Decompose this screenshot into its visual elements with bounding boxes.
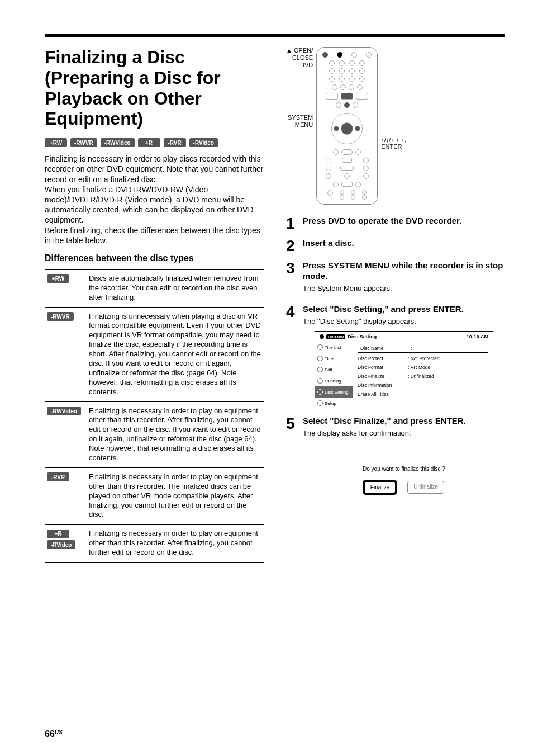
disc-setting-main: Disc Name Disc ProtectNot Protected Disc… bbox=[353, 342, 493, 409]
remote-button-icon bbox=[332, 84, 337, 90]
dialog-prompt: Do you want to finalize this disc ? bbox=[321, 466, 487, 472]
finalize-dialog: Do you want to finalize this disc ? Fina… bbox=[315, 443, 493, 505]
setting-row-disc-information[interactable]: Disc Information bbox=[358, 381, 488, 390]
remote-button-icon bbox=[351, 52, 357, 58]
setup-icon bbox=[317, 400, 323, 406]
page-title: Finalizing a Disc (Preparing a Disc for … bbox=[45, 47, 264, 129]
setting-row-disc-name[interactable]: Disc Name bbox=[358, 344, 488, 353]
remote-dvd-button-icon bbox=[337, 52, 342, 58]
sidebar-item-setup[interactable]: Setup bbox=[315, 398, 353, 409]
badge-minus-rvr: -RVR bbox=[47, 472, 69, 481]
dubbing-icon bbox=[317, 378, 323, 384]
arrows-enter-label: ↑/↓/←/→, ENTER bbox=[381, 136, 406, 150]
sidebar-item-disc-setting[interactable]: Disc Setting bbox=[315, 386, 353, 398]
remote-button-icon bbox=[326, 158, 331, 163]
remote-num-icon bbox=[339, 60, 345, 66]
disc-type-table: +RW Discs are automatically finalized wh… bbox=[45, 269, 264, 563]
table-row: +RW Discs are automatically finalized wh… bbox=[45, 269, 264, 307]
remote-button-icon bbox=[366, 52, 372, 58]
badge-minus-rvideo: -RVideo bbox=[47, 540, 75, 549]
remote-button-icon bbox=[341, 149, 353, 155]
step-number: 2 bbox=[286, 238, 297, 254]
disc-setting-screen: DVD RW Disc Setting 10:10 AM Title List … bbox=[315, 331, 493, 409]
dvd-label: DVD bbox=[300, 62, 313, 68]
step-number: 3 bbox=[286, 261, 297, 297]
remote-num-icon bbox=[349, 60, 355, 66]
remote-num-icon bbox=[329, 68, 335, 74]
table-row: -RVR Finalizing is necessary in order to… bbox=[45, 467, 264, 524]
setting-row-disc-protect[interactable]: Disc ProtectNot Protected bbox=[358, 354, 488, 363]
dpad-right-icon bbox=[355, 126, 360, 131]
remote-button-icon bbox=[322, 52, 328, 58]
remote-button-icon bbox=[326, 173, 331, 179]
intro-paragraph: Finalizing is necessary in order to play… bbox=[45, 154, 264, 245]
disc-icon bbox=[320, 334, 324, 339]
open-close-label: OPEN/ CLOSE bbox=[292, 47, 313, 61]
remote-num-icon bbox=[349, 68, 355, 74]
sidebar-item-dubbing[interactable]: Dubbing bbox=[315, 375, 353, 386]
step-head: Insert a disc. bbox=[303, 238, 505, 249]
badge-plus-r: +R bbox=[47, 530, 69, 538]
remote-system-menu-button-icon bbox=[341, 93, 353, 100]
sidebar-item-title-list[interactable]: Title List bbox=[315, 342, 353, 353]
finalize-button[interactable]: Finalize bbox=[364, 481, 396, 494]
table-row: +R -RVideo Finalizing is necessary in or… bbox=[45, 525, 264, 563]
step-1: 1 Press DVD to operate the DVD recorder. bbox=[286, 216, 505, 231]
edit-icon bbox=[317, 367, 323, 372]
timer-icon bbox=[317, 356, 323, 361]
title-list-icon bbox=[317, 344, 323, 350]
remote-button-icon bbox=[363, 158, 369, 163]
remote-button-icon bbox=[349, 84, 354, 90]
table-cell-text: Discs are automatically finalized when r… bbox=[87, 269, 264, 307]
sidebar-item-timer[interactable]: Timer bbox=[315, 353, 353, 364]
remote-button-icon bbox=[362, 195, 367, 200]
remote-num-icon bbox=[329, 60, 335, 66]
step-sub: The display asks for confirmation. bbox=[303, 429, 505, 438]
remote-button-icon bbox=[351, 195, 355, 200]
step-head: Select "Disc Finalize," and press ENTER. bbox=[303, 416, 505, 427]
step-head: Press SYSTEM MENU while the recorder is … bbox=[303, 261, 505, 282]
step-head: Press DVD to operate the DVD recorder. bbox=[303, 216, 505, 226]
remote-num-icon bbox=[359, 68, 365, 74]
unfinalize-button[interactable]: Unfinalize bbox=[407, 481, 444, 494]
remote-button-icon bbox=[344, 173, 350, 179]
badge-minus-rwvr: -RWVR bbox=[70, 138, 97, 147]
remote-num-icon bbox=[349, 76, 355, 82]
table-row: -RWVideo Finalizing is necessary in orde… bbox=[45, 401, 264, 467]
setting-row-disc-format[interactable]: Disc FormatVR Mode bbox=[358, 363, 488, 372]
table-cell-text: Finalizing is necessary in order to play… bbox=[87, 467, 264, 524]
remote-button-icon bbox=[353, 102, 358, 108]
remote-button-icon bbox=[355, 182, 361, 187]
remote-button-icon bbox=[342, 158, 352, 163]
remote-num-icon bbox=[359, 76, 365, 82]
sidebar-item-edit[interactable]: Edit bbox=[315, 364, 353, 375]
remote-diagram: ▲ OPEN/ CLOSE DVD SYSTEM MENU bbox=[286, 47, 505, 205]
remote-button-icon bbox=[326, 93, 338, 100]
remote-outline bbox=[316, 47, 378, 205]
badge-plus-rw: +RW bbox=[45, 138, 67, 147]
page-number: 66US bbox=[45, 729, 63, 739]
dvd-rw-badge: DVD RW bbox=[326, 334, 345, 339]
setting-row-disc-finalize[interactable]: Disc FinalizeUnfinalized bbox=[358, 372, 488, 381]
setting-row-erase-all[interactable]: Erase All Titles bbox=[358, 390, 488, 399]
step-2: 2 Insert a disc. bbox=[286, 238, 505, 254]
step-number: 4 bbox=[286, 304, 297, 409]
remote-button-icon bbox=[344, 102, 350, 108]
sidebar: Title List Timer Edit Dubbing Disc Setti… bbox=[315, 342, 353, 409]
remote-button-icon bbox=[327, 190, 333, 196]
screen-title: Disc Setting bbox=[348, 334, 377, 339]
remote-button-icon bbox=[351, 190, 355, 195]
badge-minus-rwvr: -RWVR bbox=[47, 312, 74, 321]
remote-button-icon bbox=[356, 93, 368, 100]
table-cell-text: Finalizing is necessary in order to play… bbox=[87, 525, 264, 563]
remote-button-icon bbox=[341, 182, 353, 187]
remote-button-icon bbox=[333, 182, 339, 187]
remote-button-icon bbox=[340, 84, 346, 90]
remote-button-icon bbox=[340, 166, 354, 171]
step-number: 5 bbox=[286, 416, 297, 505]
disc-type-badges: +RW -RWVR -RWVideo +R -RVR -RVideo bbox=[45, 138, 264, 147]
remote-button-icon bbox=[362, 190, 367, 195]
remote-button-icon bbox=[357, 84, 363, 90]
differences-subhead: Differences between the disc types bbox=[45, 253, 264, 263]
step-head: Select "Disc Setting," and press ENTER. bbox=[303, 304, 505, 315]
